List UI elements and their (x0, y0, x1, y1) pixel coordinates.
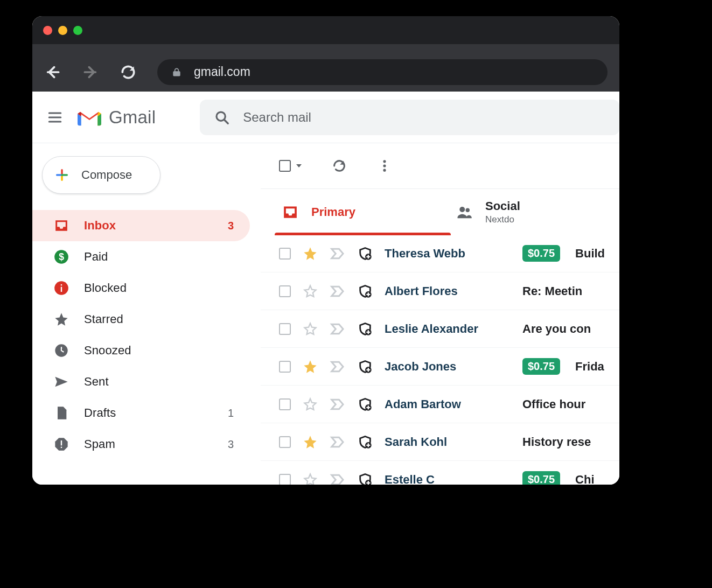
svg-rect-9 (61, 440, 62, 445)
sender-shield-icon (358, 246, 373, 261)
shield-plus-icon (358, 397, 373, 412)
email-checkbox[interactable] (279, 323, 291, 335)
list-toolbar (261, 143, 619, 188)
svg-rect-5 (61, 287, 62, 292)
sidebar-item-inbox[interactable]: Inbox 3 (32, 210, 250, 241)
email-star-button[interactable] (303, 284, 318, 299)
importance-marker-icon (330, 396, 346, 412)
importance-marker[interactable] (330, 283, 346, 299)
sidebar-item-count: 1 (228, 407, 234, 419)
importance-marker-icon (330, 246, 346, 262)
svg-rect-10 (61, 447, 62, 448)
refresh-button[interactable] (332, 158, 347, 173)
star-filled-icon (303, 246, 318, 261)
email-star-button[interactable] (303, 359, 318, 374)
sender-shield-icon (358, 321, 373, 337)
compose-button[interactable]: Compose (42, 156, 160, 194)
sidebar-item-starred[interactable]: Starred (32, 304, 250, 335)
email-row[interactable]: Albert FloresRe: Meetin (261, 272, 619, 310)
email-checkbox[interactable] (279, 361, 291, 373)
checkbox-icon (279, 160, 291, 172)
gmail-logo[interactable]: Gmail (78, 107, 156, 128)
svg-point-0 (217, 112, 225, 121)
window-close-button[interactable] (43, 26, 52, 35)
hamburger-icon (46, 109, 64, 126)
svg-rect-6 (61, 284, 62, 285)
svg-point-14 (459, 207, 465, 212)
importance-marker[interactable] (330, 359, 346, 375)
email-row[interactable]: Jacob Jones$0.75Frida (261, 348, 619, 386)
importance-marker-icon (330, 359, 346, 375)
star-outline-icon (303, 284, 318, 299)
email-sender: Jacob Jones (385, 360, 511, 374)
email-checkbox[interactable] (279, 248, 291, 260)
address-bar[interactable]: gmail.com (157, 59, 608, 85)
back-button[interactable] (44, 64, 61, 81)
sidebar-item-paid[interactable]: $ Paid (32, 241, 250, 272)
tab-primary[interactable]: Primary (271, 189, 445, 235)
gmail-header: Gmail Search mail (32, 92, 619, 143)
email-star-button[interactable] (303, 435, 318, 450)
select-all-checkbox[interactable] (279, 160, 302, 172)
forward-button[interactable] (82, 64, 99, 81)
more-button[interactable] (377, 158, 392, 173)
url-text: gmail.com (194, 65, 250, 79)
search-input[interactable]: Search mail (200, 100, 619, 135)
sender-shield-icon (358, 284, 373, 299)
category-tabs: Primary Social Nextdo (261, 188, 619, 235)
email-list: Theresa Webb$0.75BuildAlbert FloresRe: M… (261, 235, 619, 485)
reload-button[interactable] (120, 64, 137, 81)
email-subject: Are you con (522, 322, 591, 336)
tab-sublabel: Nextdo (485, 214, 520, 225)
email-checkbox[interactable] (279, 398, 291, 410)
sidebar-item-snoozed[interactable]: Snoozed (32, 335, 250, 366)
send-icon (54, 374, 69, 389)
email-sender: Theresa Webb (385, 247, 511, 261)
svg-point-15 (466, 208, 470, 212)
email-checkbox[interactable] (279, 436, 291, 448)
email-row[interactable]: Adam BartowOffice hour (261, 386, 619, 423)
sidebar-item-drafts[interactable]: Drafts 1 (32, 397, 250, 429)
email-row[interactable]: Leslie AlexanderAre you con (261, 310, 619, 348)
svg-point-11 (383, 160, 386, 163)
email-star-button[interactable] (303, 246, 318, 261)
main-menu-button[interactable] (46, 109, 64, 126)
arrow-right-icon (82, 63, 99, 81)
tab-label: Social (485, 199, 520, 213)
sidebar-item-label: Starred (84, 312, 123, 326)
importance-marker[interactable] (330, 396, 346, 412)
sidebar-item-label: Paid (84, 250, 108, 264)
email-sender: Estelle C (385, 473, 511, 485)
sidebar-item-label: Sent (84, 375, 109, 389)
sidebar-item-blocked[interactable]: Blocked (32, 272, 250, 304)
search-placeholder: Search mail (243, 110, 311, 125)
importance-marker[interactable] (330, 434, 346, 450)
window-minimize-button[interactable] (58, 26, 67, 35)
email-star-button[interactable] (303, 321, 318, 337)
email-row[interactable]: Estelle C$0.75Chi (261, 461, 619, 485)
tab-social[interactable]: Social Nextdo (445, 189, 619, 235)
sidebar-item-count: 3 (228, 438, 234, 451)
importance-marker[interactable] (330, 246, 346, 262)
sidebar-item-spam[interactable]: Spam 3 (32, 429, 250, 460)
svg-point-13 (383, 169, 386, 172)
sidebar-item-label: Spam (84, 437, 115, 451)
window-zoom-button[interactable] (73, 26, 82, 35)
email-star-button[interactable] (303, 397, 318, 412)
sidebar-item-label: Snoozed (84, 344, 131, 358)
importance-marker[interactable] (330, 321, 346, 337)
more-vertical-icon (377, 158, 392, 173)
email-sender: Albert Flores (385, 284, 511, 298)
refresh-icon (332, 158, 347, 173)
sidebar-item-sent[interactable]: Sent (32, 366, 250, 397)
tab-label-group: Social Nextdo (485, 199, 520, 225)
email-checkbox[interactable] (279, 285, 291, 297)
email-row[interactable]: Theresa Webb$0.75Build (261, 235, 619, 272)
email-row[interactable]: Sarah KohlHistory rese (261, 423, 619, 461)
gmail-logo-text: Gmail (109, 107, 156, 128)
email-checkbox[interactable] (279, 474, 291, 485)
caret-down-icon (296, 164, 302, 167)
gmail-logo-icon (78, 108, 101, 127)
importance-marker[interactable] (330, 472, 346, 485)
email-star-button[interactable] (303, 472, 318, 485)
